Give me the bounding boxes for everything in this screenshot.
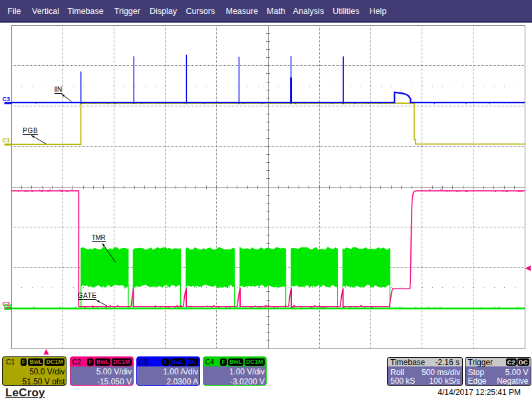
- svg-text:PGB: PGB: [23, 127, 38, 134]
- svg-text:TMR: TMR: [92, 234, 106, 241]
- svg-text:C4: C4: [4, 303, 12, 309]
- svg-text:GATE: GATE: [78, 292, 96, 299]
- svg-text:C3: C3: [3, 96, 11, 102]
- svg-text:C1: C1: [3, 137, 11, 144]
- svg-text:IIN: IIN: [55, 86, 63, 93]
